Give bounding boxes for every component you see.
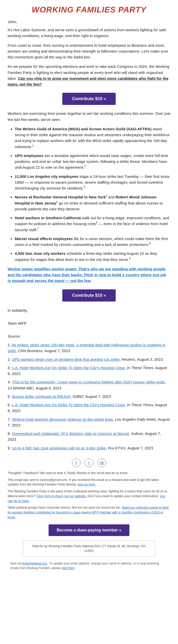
- source-item-7: 7. Striking hotel workers denounce viole…: [8, 416, 170, 428]
- footnote-2: 2: [84, 165, 86, 168]
- contribute-btn-wrap-1: Contribute $10 »: [8, 93, 170, 105]
- source-item-8: 8. Overworked and Underpaid, VFX Workers…: [8, 431, 170, 443]
- source-item-6: 6. L.A. Hotel Workers Are On Strike To S…: [8, 402, 170, 414]
- source-sep-6: ,: [125, 403, 127, 407]
- bullet-lead-3: 11,000 Los Angeles city employees: [15, 174, 78, 179]
- source-num-8: 8.: [8, 431, 12, 436]
- source-num-1: 1.: [8, 343, 12, 347]
- actionnetwork-link[interactable]: ActionNetwork.org: [22, 562, 47, 565]
- source-num-2: 2.: [8, 357, 12, 362]
- list-item: 4,500 San Jose city workers schedule a t…: [15, 250, 170, 262]
- source-num-9: 9.: [8, 446, 12, 450]
- bullet-lead-5: Hotel workers in Southern California: [15, 216, 81, 220]
- bullet-lead-2: UPS employees: [15, 153, 43, 158]
- sent-by-text: Sent via: [10, 562, 21, 565]
- solidarity-section: In solidarity, Team WFP Source:: [8, 307, 170, 340]
- footnote-6: 6: [96, 221, 98, 224]
- instagram-icon[interactable]: @: [97, 459, 106, 467]
- bullet-text-4a: and: [108, 195, 116, 199]
- source-link-4[interactable]: 'This is for the community': Union vows …: [12, 380, 166, 384]
- source-link-5[interactable]: Nurses strike continues at RWJUH: [12, 394, 71, 399]
- source-pub-4: 13 WHAM ABC: [8, 386, 34, 390]
- solidarity-spacer1: [8, 313, 170, 320]
- footer-feedback: Thoughts? Feedback? We want to hear it. …: [8, 471, 170, 476]
- dues-button[interactable]: Become a dues-paying member »: [49, 524, 129, 536]
- chip-in-link[interactable]: Can you chip in to grow our movement and…: [8, 76, 169, 86]
- source-pub-6: In These Times: [127, 403, 153, 407]
- sent-by-end: .: [76, 566, 76, 570]
- footer-about: The Working Families Party is the party …: [8, 489, 170, 503]
- paragraph-1: It's Hot Labor Summer, and we've seen a …: [8, 27, 170, 39]
- footer-donors: Other political groups have corporate do…: [8, 505, 170, 520]
- source-link-7[interactable]: Striking hotel workers denounce violence…: [12, 417, 114, 421]
- source-item-1: 1. As writers' strike nears 100-day mark…: [8, 342, 170, 354]
- source-pub-3: In These Times: [127, 366, 153, 370]
- sent-by-section: Sent via ActionNetwork.org . To update y…: [8, 561, 170, 574]
- footnote-5: 5: [56, 201, 58, 203]
- footnote-9: 9: [129, 257, 130, 260]
- footnote-3: 3: [84, 186, 85, 189]
- bullet-lead-6: Marvel visual effects employees: [15, 237, 73, 241]
- contribute-button-1[interactable]: Contribute $10 »: [62, 93, 115, 105]
- footnote-4: 4: [106, 195, 107, 197]
- source-num-6: 6.: [8, 403, 12, 407]
- source-link-9[interactable]: Up to 4,500 San Jose employees will go o…: [12, 446, 107, 450]
- solidarity-line1: In solidarity,: [8, 307, 170, 314]
- source-date-5: , August 7, 2023: [83, 394, 111, 399]
- bullet-section: The Writers Guild of America (WGA) and S…: [8, 126, 170, 262]
- footnote-1: 1: [32, 144, 34, 147]
- list-item: Hotel workers in Southern California wal…: [15, 215, 170, 233]
- source-link-3[interactable]: L.A. Hotel Workers Are On Strike To Stem…: [12, 366, 126, 370]
- facebook-icon[interactable]: f: [72, 459, 81, 467]
- bullet-intro: Workers are exercising their power toget…: [8, 111, 170, 122]
- paragraph-2: From coast to coast, from nursing to ent…: [8, 42, 170, 60]
- paragraph-3: As we prepare for the upcoming elections…: [8, 64, 170, 87]
- source-pub-2: Reuters: [122, 357, 135, 362]
- contribute-button-2[interactable]: Contribute $10 »: [62, 289, 115, 302]
- bullet-lead-4: Nurses at Rochester General Hospital in …: [15, 195, 106, 199]
- source-date-4: , August 4, 2023: [34, 386, 61, 390]
- dues-btn-wrap: Become a dues-paying member »: [8, 524, 170, 536]
- source-date-2: , August 3, 2023: [135, 357, 162, 362]
- footer-contact-text: And if you need to update your contact i…: [87, 494, 159, 498]
- solidarity-line3: Team WFP: [8, 320, 170, 327]
- source-num-5: 5.: [8, 394, 12, 399]
- social-row: f t @: [8, 459, 170, 467]
- unsubscribe-link[interactable]: click here: [62, 566, 75, 570]
- source-pub-8: Vulture: [131, 431, 143, 436]
- source-item-3: 3. L.A. Hotel Workers Are On Strike To S…: [8, 365, 170, 377]
- list-item: Marvel visual effects employees file for…: [15, 236, 170, 248]
- source-num-7: 7.: [8, 417, 12, 421]
- list-item: The Writers Guild of America (WGA) and S…: [15, 126, 170, 150]
- source-pub-7: Los Angeles Daily News: [115, 417, 156, 421]
- source-link-8[interactable]: Overworked and Underpaid, VFX Workers Vo…: [12, 431, 130, 436]
- source-link-2[interactable]: UPS workers begin vote on tentative deal…: [12, 357, 120, 362]
- footer-signup-link[interactable]: sign up here.: [78, 483, 96, 486]
- source-date-9: , August 7, 2023: [126, 446, 153, 450]
- paid-for-box: Paid for by Working Families Party Natio…: [23, 541, 155, 557]
- list-item: UPS employees win a tentative agreement …: [15, 153, 170, 170]
- bullet-lead-1: The Writers Guild of America (WGA) and S…: [15, 127, 152, 131]
- source-num-4: 4.: [8, 380, 12, 384]
- source-sep-2: ,: [120, 357, 122, 362]
- contribute-btn-wrap-2: Contribute $10 »: [8, 289, 170, 302]
- source-date-1: , August 7, 2023: [43, 349, 70, 353]
- source-item-5: 5. Nurses strike continues at RWJUH, NJB…: [8, 394, 170, 399]
- footer-website-link[interactable]: Click here to check out our website.: [36, 494, 86, 498]
- source-item-9: 9. Up to 4,500 San Jose employees will g…: [8, 445, 170, 451]
- source-link-6[interactable]: L.A. Hotel Workers Are On Strike To Stem…: [12, 403, 125, 407]
- source-sep-1: ,: [16, 349, 18, 353]
- solidarity-line5: Source:: [8, 333, 170, 340]
- source-pub-1: CNN Business: [18, 349, 43, 353]
- salutation: John,: [8, 20, 170, 24]
- solidarity-spacer2: [8, 326, 170, 333]
- footer-email-sent: This email was sent to xxxxxx@gmail.com.…: [8, 478, 170, 487]
- email-header: WORKING FAMILIES PARTY: [8, 5, 170, 14]
- cta-link[interactable]: Worker power amplifies worker power. Tha…: [8, 266, 170, 284]
- source-pub-9: Fox KTVU: [108, 446, 125, 450]
- twitter-icon[interactable]: t: [85, 459, 93, 467]
- footnote-8: 8: [149, 242, 151, 245]
- list-item: 11,000 Los Angeles city employees stage …: [15, 174, 170, 191]
- source-pub-5: NJBIZ: [73, 394, 83, 399]
- source-sep-5: ,: [70, 394, 72, 399]
